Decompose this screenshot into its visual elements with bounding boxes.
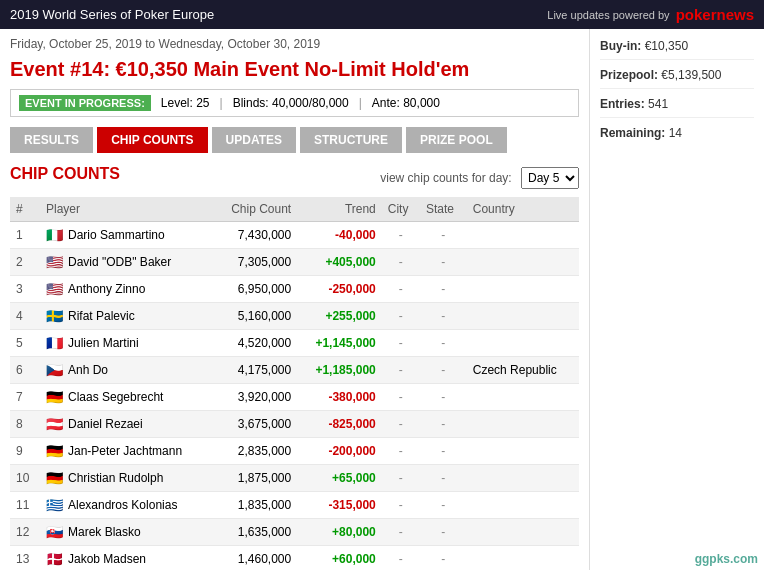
- col-state: State: [420, 197, 467, 222]
- top-bar: 2019 World Series of Poker Europe Live u…: [0, 0, 764, 29]
- tab-structure[interactable]: STRUCTURE: [300, 127, 402, 153]
- city-cell: -: [382, 276, 420, 303]
- player-cell: 🇦🇹 Daniel Rezaei: [40, 411, 213, 438]
- live-updates-label: Live updates powered by: [547, 9, 669, 21]
- col-player: Player: [40, 197, 213, 222]
- player-cell: 🇺🇸 Anthony Zinno: [40, 276, 213, 303]
- table-row: 12 🇸🇰 Marek Blasko 1,635,000 +80,000 - -: [10, 519, 579, 546]
- state-cell: -: [420, 303, 467, 330]
- player-cell: 🇨🇿 Anh Do: [40, 357, 213, 384]
- state-cell: -: [420, 546, 467, 571]
- trend-cell: +60,000: [297, 546, 382, 571]
- table-row: 5 🇫🇷 Julien Martini 4,520,000 +1,145,000…: [10, 330, 579, 357]
- player-name: Jakob Madsen: [68, 552, 146, 566]
- trend-cell: +405,000: [297, 249, 382, 276]
- status-bar: EVENT IN PROGRESS: Level: 25 | Blinds: 4…: [10, 89, 579, 117]
- ante-info: Ante: 80,000: [372, 96, 440, 110]
- player-cell: 🇩🇰 Jakob Madsen: [40, 546, 213, 571]
- city-cell: -: [382, 222, 420, 249]
- col-country: Country: [467, 197, 579, 222]
- prizepool-value: €5,139,500: [661, 68, 721, 82]
- player-name: Marek Blasko: [68, 525, 141, 539]
- tab-chip-counts[interactable]: CHIP COUNTS: [97, 127, 207, 153]
- rank-cell: 6: [10, 357, 40, 384]
- pokernews-logo: pokernews: [676, 6, 754, 23]
- tab-results[interactable]: RESULTS: [10, 127, 93, 153]
- rank-cell: 2: [10, 249, 40, 276]
- player-cell: 🇸🇰 Marek Blasko: [40, 519, 213, 546]
- city-cell: -: [382, 438, 420, 465]
- prizepool-row: Prizepool: €5,139,500: [600, 68, 754, 89]
- player-flag: 🇨🇿: [46, 362, 63, 378]
- nav-tabs: RESULTS CHIP COUNTS UPDATES STRUCTURE PR…: [10, 127, 579, 153]
- player-flag: 🇺🇸: [46, 254, 63, 270]
- chip-count-cell: 1,875,000: [213, 465, 297, 492]
- chip-count-cell: 4,175,000: [213, 357, 297, 384]
- day-selector: view chip counts for day: Day 5: [380, 167, 579, 189]
- country-cell: [467, 465, 579, 492]
- trend-cell: -380,000: [297, 384, 382, 411]
- tab-updates[interactable]: UPDATES: [212, 127, 296, 153]
- watermark: ggpks.com: [695, 552, 758, 566]
- player-flag: 🇺🇸: [46, 281, 63, 297]
- state-cell: -: [420, 357, 467, 384]
- player-flag: 🇩🇪: [46, 389, 63, 405]
- sep2: |: [359, 96, 362, 110]
- buy-in-row: Buy-in: €10,350: [600, 39, 754, 60]
- trend-cell: -250,000: [297, 276, 382, 303]
- player-flag: 🇬🇷: [46, 497, 63, 513]
- chip-count-cell: 1,460,000: [213, 546, 297, 571]
- player-cell: 🇩🇪 Jan-Peter Jachtmann: [40, 438, 213, 465]
- chip-count-cell: 4,520,000: [213, 330, 297, 357]
- trend-cell: -200,000: [297, 438, 382, 465]
- table-row: 1 🇮🇹 Dario Sammartino 7,430,000 -40,000 …: [10, 222, 579, 249]
- chip-count-cell: 3,920,000: [213, 384, 297, 411]
- remaining-row: Remaining: 14: [600, 126, 754, 146]
- col-city: City: [382, 197, 420, 222]
- country-cell: [467, 411, 579, 438]
- city-cell: -: [382, 411, 420, 438]
- player-name: Rifat Palevic: [68, 309, 135, 323]
- state-cell: -: [420, 519, 467, 546]
- player-name: Julien Martini: [68, 336, 139, 350]
- table-row: 13 🇩🇰 Jakob Madsen 1,460,000 +60,000 - -: [10, 546, 579, 571]
- player-flag: 🇫🇷: [46, 335, 63, 351]
- player-cell: 🇫🇷 Julien Martini: [40, 330, 213, 357]
- player-cell: 🇸🇪 Rifat Palevic: [40, 303, 213, 330]
- rank-cell: 13: [10, 546, 40, 571]
- chip-count-cell: 7,305,000: [213, 249, 297, 276]
- sep1: |: [220, 96, 223, 110]
- day-select[interactable]: Day 5: [521, 167, 579, 189]
- entries-label: Entries:: [600, 97, 645, 111]
- day-label: view chip counts for day:: [380, 171, 511, 185]
- state-cell: -: [420, 330, 467, 357]
- blinds-info: Blinds: 40,000/80,000: [233, 96, 349, 110]
- prizepool-label: Prizepool:: [600, 68, 658, 82]
- player-name: Alexandros Kolonias: [68, 498, 177, 512]
- chip-count-cell: 1,835,000: [213, 492, 297, 519]
- player-name: David "ODB" Baker: [68, 255, 171, 269]
- city-cell: -: [382, 384, 420, 411]
- player-flag: 🇮🇹: [46, 227, 63, 243]
- chip-count-cell: 3,675,000: [213, 411, 297, 438]
- chip-count-cell: 2,835,000: [213, 438, 297, 465]
- chip-count-cell: 7,430,000: [213, 222, 297, 249]
- brand-area: Live updates powered by pokernews: [547, 6, 754, 23]
- chip-counts-table: # Player Chip Count Trend City State Cou…: [10, 197, 579, 570]
- entries-row: Entries: 541: [600, 97, 754, 118]
- col-trend: Trend: [297, 197, 382, 222]
- player-flag: 🇩🇰: [46, 551, 63, 567]
- right-panel: Buy-in: €10,350 Prizepool: €5,139,500 En…: [589, 29, 764, 570]
- main-container: Friday, October 25, 2019 to Wednesday, O…: [0, 29, 764, 570]
- player-name: Dario Sammartino: [68, 228, 165, 242]
- player-flag: 🇸🇰: [46, 524, 63, 540]
- player-cell: 🇩🇪 Christian Rudolph: [40, 465, 213, 492]
- chip-count-cell: 1,635,000: [213, 519, 297, 546]
- rank-cell: 12: [10, 519, 40, 546]
- city-cell: -: [382, 357, 420, 384]
- event-title: Event #14: €10,350 Main Event No-Limit H…: [10, 57, 579, 81]
- tab-prize-pool[interactable]: PRIZE POOL: [406, 127, 507, 153]
- trend-cell: -315,000: [297, 492, 382, 519]
- event-status-badge: EVENT IN PROGRESS:: [19, 95, 151, 111]
- state-cell: -: [420, 492, 467, 519]
